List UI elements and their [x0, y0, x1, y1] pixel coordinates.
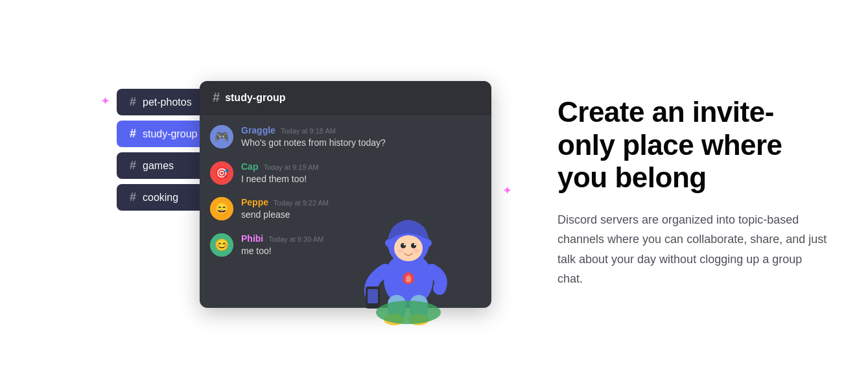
message-text: I need them too!: [241, 173, 318, 186]
channel-label: games: [143, 160, 174, 172]
message-content: Graggle Today at 9:18 AM Who's got notes…: [241, 125, 386, 150]
svg-rect-22: [368, 289, 378, 303]
timestamp: Today at 9:30 AM: [268, 235, 323, 243]
channel-label: study-group: [143, 128, 198, 140]
message-header: Peppe Today at 9:22 AM: [241, 197, 329, 207]
timestamp: Today at 9:19 AM: [263, 163, 318, 171]
message-graggle: 🎮 Graggle Today at 9:18 AM Who's got not…: [210, 125, 481, 150]
svg-text:😄: 😄: [215, 202, 229, 216]
hash-icon: #: [130, 159, 136, 172]
message-header: Graggle Today at 9:18 AM: [241, 125, 386, 135]
message-content: Phibi Today at 9:30 AM me too!: [241, 233, 323, 258]
right-content: Create an invite-only place where you be…: [557, 96, 829, 289]
svg-point-14: [394, 235, 423, 261]
message-header: Cap Today at 9:19 AM: [241, 161, 318, 172]
chat-hash-icon: #: [213, 90, 220, 105]
svg-point-25: [376, 301, 441, 324]
svg-point-23: [385, 239, 393, 247]
hash-icon: #: [130, 95, 136, 109]
message-text: me too!: [241, 245, 323, 258]
message-header: Phibi Today at 9:30 AM: [241, 233, 323, 244]
sparkle-pink-right-icon: ✦: [502, 185, 512, 196]
timestamp: Today at 9:22 AM: [274, 199, 329, 207]
hash-icon: #: [130, 191, 136, 204]
message-text: Who's got notes from history today?: [241, 137, 386, 150]
svg-point-24: [424, 239, 432, 247]
message-text: send please: [241, 209, 329, 222]
svg-text:🎯: 🎯: [215, 166, 229, 180]
svg-text:😊: 😊: [215, 238, 229, 252]
channel-label: cooking: [143, 192, 178, 204]
svg-point-20: [413, 249, 419, 253]
hash-icon: #: [130, 127, 136, 141]
message-cap: 🎯 Cap Today at 9:19 AM I need them too!: [210, 161, 481, 186]
sparkle-pink-top-icon: ✦: [100, 95, 110, 107]
username-cap: Cap: [241, 161, 258, 172]
main-description: Discord servers are organized into topic…: [557, 210, 829, 289]
username-phibi: Phibi: [241, 233, 263, 244]
channel-label: pet-photos: [143, 97, 192, 108]
chat-header: # study-group: [200, 81, 491, 115]
svg-text:🎮: 🎮: [215, 130, 229, 144]
message-content: Peppe Today at 9:22 AM send please: [241, 197, 329, 222]
page-container: ✦ ✦ ✦ ✦ # pet-photos # study-group # gam…: [0, 37, 868, 348]
character-illustration: [357, 186, 460, 316]
username-peppe: Peppe: [241, 197, 268, 207]
chat-channel-name: study-group: [225, 92, 285, 104]
avatar-peppe: 😄: [210, 197, 233, 220]
timestamp: Today at 9:18 AM: [281, 127, 336, 135]
main-heading: Create an invite-only place where you be…: [557, 96, 829, 194]
svg-point-17: [404, 244, 406, 246]
avatar-phibi: 😊: [210, 233, 233, 257]
avatar-cap: 🎯: [210, 161, 233, 185]
username-graggle: Graggle: [241, 125, 276, 135]
message-content: Cap Today at 9:19 AM I need them too!: [241, 161, 318, 186]
svg-point-19: [397, 249, 404, 253]
avatar-graggle: 🎮: [210, 125, 233, 148]
svg-point-18: [414, 244, 416, 246]
ui-mockup: ✦ ✦ ✦ ✦ # pet-photos # study-group # gam…: [39, 37, 506, 348]
